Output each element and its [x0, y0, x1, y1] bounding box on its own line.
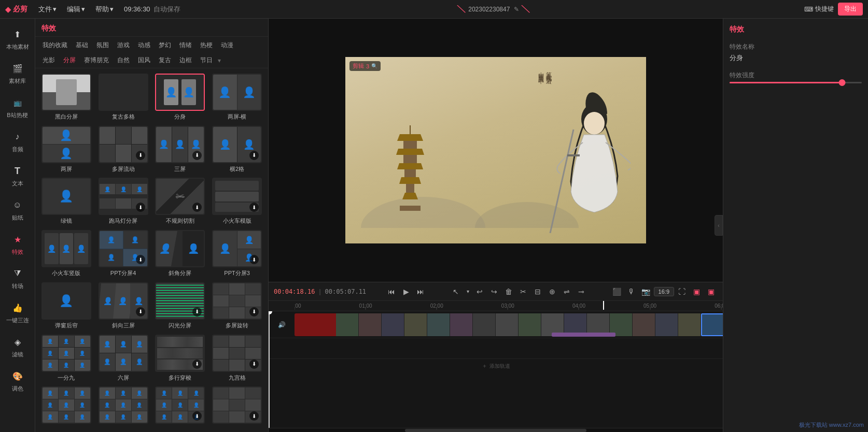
volume-icon[interactable]: 🔊 — [278, 321, 286, 328]
skip-prev-btn[interactable]: ⏮ — [385, 285, 398, 298]
tab-splitscreen[interactable]: 分屏 — [60, 55, 79, 66]
timeline-scrollbar[interactable] — [269, 428, 723, 432]
cut-btn[interactable]: ✂ — [516, 285, 530, 298]
redo-btn[interactable]: ↪ — [487, 285, 501, 298]
sidebar-item-filter[interactable]: ◈ 滤镜 — [3, 330, 33, 363]
sidebar-item-effects[interactable]: ★ 特效 — [3, 228, 33, 260]
effect-item-split2h[interactable]: 👤 👤 两屏-横 — [210, 74, 264, 123]
download-icon-multirow[interactable]: ⬇ — [192, 359, 202, 369]
skip-next-btn[interactable]: ⏭ — [414, 285, 427, 298]
sidebar-item-color[interactable]: 🎨 调色 — [3, 365, 33, 397]
download-icon-marquee[interactable]: ⬇ — [136, 203, 145, 212]
sidebar-item-bilibili[interactable]: 📺 B站热梗 — [3, 91, 33, 123]
effect-item-nine2[interactable]: ⬇ 九宫格 — [210, 335, 264, 384]
flip-btn[interactable]: ⇌ — [560, 285, 573, 298]
tab-trending[interactable]: 热梗 — [197, 40, 216, 51]
tab-fantasy[interactable]: 梦幻 — [156, 40, 174, 51]
sidebar-item-audio[interactable]: ♪ 音频 — [3, 125, 33, 157]
effect-item-nine1[interactable]: 👤 👤 👤 👤 👤 👤 👤 👤 👤 一分九 — [39, 335, 93, 384]
effect-item-triple[interactable]: 👤 👤 👤 ⬇ 三屏 — [153, 126, 207, 175]
delete-btn[interactable]: 🗑 — [502, 285, 515, 298]
sidebar-item-transitions[interactable]: ⧩ 转场 — [3, 262, 33, 294]
sidebar-item-sticker[interactable]: ☺ 贴纸 — [3, 194, 33, 226]
download-icon-rotate[interactable]: ⬇ — [249, 307, 259, 316]
tab-emotion[interactable]: 情绪 — [176, 40, 195, 51]
menu-file[interactable]: 文件 ▾ — [35, 4, 60, 15]
timeline-scroll-thumb[interactable] — [405, 429, 586, 432]
tab-cyberpunk[interactable]: 赛博朋克 — [81, 55, 112, 66]
pip-btn2[interactable]: ▣ — [704, 285, 718, 298]
effect-item-bw[interactable]: 黑白分屏 — [39, 74, 93, 123]
panel-expand-btn[interactable]: ‹ — [715, 215, 723, 236]
effect-item-more4[interactable]: ⬇ — [210, 386, 264, 428]
menu-help[interactable]: 帮助 ▾ — [92, 4, 117, 15]
select-tool-btn[interactable]: ↖ — [449, 285, 463, 298]
effect-item-retrogrid[interactable]: 复古多格 — [96, 74, 150, 123]
tab-anime[interactable]: 动漫 — [218, 40, 236, 51]
download-icon-diagtriple[interactable]: ⬇ — [136, 307, 145, 316]
download-icon-h2grid[interactable]: ⬇ — [249, 151, 259, 160]
mic-btn[interactable]: 🎙 — [625, 285, 638, 298]
effect-item-more2[interactable]: 👤 👤 👤 👤 👤 👤 👤 👤 👤 — [96, 386, 150, 428]
fullscreen-btn[interactable]: ⛶ — [675, 285, 689, 298]
tab-holiday[interactable]: 节日 — [197, 55, 216, 66]
ratio-selector[interactable]: 16:9 — [654, 287, 674, 296]
sidebar-item-local[interactable]: ⬆ 本地素材 — [3, 23, 33, 55]
effect-item-curtain[interactable]: 👤 弹窗后帘 — [39, 282, 93, 332]
keyboard-shortcuts-btn[interactable]: ⌨ 快捷键 — [804, 5, 834, 13]
select-dropdown-btn[interactable]: ▾ — [464, 285, 472, 298]
effect-item-twoscreen[interactable]: 👤 👤 两屏 — [39, 126, 93, 175]
effect-item-irregular[interactable]: ✂ ⬇ 不规则切割 — [153, 178, 207, 227]
effect-item-split[interactable]: 👤 👤 分身 — [153, 74, 207, 123]
sidebar-item-text[interactable]: T 文本 — [3, 160, 33, 192]
tab-retro[interactable]: 复古 — [156, 55, 174, 66]
copy-btn[interactable]: ⊕ — [545, 285, 559, 298]
slider-thumb[interactable] — [838, 79, 845, 86]
sidebar-item-library[interactable]: 🎬 素材库 — [3, 57, 33, 89]
effect-item-train[interactable]: ⬇ 小火车模版 — [210, 178, 264, 227]
tab-basic[interactable]: 基础 — [73, 40, 91, 51]
effect-item-more1[interactable]: 👤 👤 👤 👤 👤 👤 👤 👤 👤 — [39, 386, 93, 428]
play-btn[interactable]: ▶ — [399, 285, 413, 298]
intensity-slider[interactable] — [730, 82, 862, 83]
add-track-btn[interactable]: ＋ 添加轨道 — [269, 359, 723, 373]
download-icon-nine2[interactable]: ⬇ — [249, 359, 259, 369]
camera-btn[interactable]: 📷 — [639, 285, 653, 298]
preview-search-icon[interactable]: 🔍 — [371, 63, 377, 69]
tab-favorites[interactable]: 我的收藏 — [39, 40, 71, 51]
effect-item-six[interactable]: 👤 👤 👤 👤 👤 👤 六屏 — [96, 335, 150, 384]
tab-lighting[interactable]: 光影 — [39, 55, 58, 66]
effect-item-diagtriple[interactable]: 👤 👤 👤 ⬇ 斜向三屏 — [96, 282, 150, 332]
undo-btn[interactable]: ↩ — [473, 285, 486, 298]
effect-item-marquee[interactable]: 👤 👤 👤 ⬇ 跑马灯分屏 — [96, 178, 150, 227]
tab-nature[interactable]: 自然 — [114, 55, 133, 66]
tab-more-arrow[interactable]: ▾ — [218, 57, 221, 64]
effect-item-diagonal[interactable]: 👤 👤 斜角分屏 — [153, 230, 207, 279]
effect-item-multiflow[interactable]: ⬇ 多屏流动 — [96, 126, 150, 175]
pin-btn[interactable]: ⊸ — [575, 285, 588, 298]
download-icon-ppt4[interactable]: ⬇ — [136, 255, 145, 264]
effect-item-ppt4[interactable]: 👤 👤 👤 👤 ⬇ PPT分屏4 — [96, 230, 150, 279]
effect-item-flash[interactable]: ⬇ 闪光分屏 — [153, 282, 207, 332]
pip-btn1[interactable]: ▣ — [690, 285, 703, 298]
effect-item-h2grid[interactable]: 👤 👤 ⬇ 横2格 — [210, 126, 264, 175]
menu-edit[interactable]: 编辑 ▾ — [64, 4, 88, 15]
edit-filename-icon[interactable]: ✎ — [514, 6, 519, 13]
tab-game[interactable]: 游戏 — [114, 40, 133, 51]
tab-chinese[interactable]: 国风 — [135, 55, 153, 66]
download-icon-triple[interactable]: ⬇ — [192, 151, 202, 160]
download-icon-multiflow[interactable]: ⬇ — [136, 151, 145, 160]
track-content-main[interactable] — [295, 311, 723, 338]
sidebar-item-onekey[interactable]: 👍 一键三连 — [3, 296, 33, 328]
effect-item-mirror[interactable]: 👤 绿镜 — [39, 178, 93, 227]
split-btn[interactable]: ⊟ — [531, 285, 544, 298]
export-button[interactable]: 导出 — [838, 3, 863, 16]
effect-item-trainv[interactable]: 👤 👤 👤 小火车竖版 — [39, 230, 93, 279]
effect-item-ppt3[interactable]: 👤 👤 👤 ⬇ PPT分屏3 — [210, 230, 264, 279]
effect-item-rotate[interactable]: ⬇ 多屏旋转 — [210, 282, 264, 332]
fit-btn[interactable]: ⬛ — [610, 285, 624, 298]
tab-dynamic[interactable]: 动感 — [135, 40, 153, 51]
effect-item-multirow[interactable]: ⬇ 多行穿梭 — [153, 335, 207, 384]
tab-atmosphere[interactable]: 氛围 — [93, 40, 112, 51]
effect-item-more3[interactable]: 👤 👤 👤 👤 👤 👤 👤 👤 👤 ⬇ — [153, 386, 207, 428]
